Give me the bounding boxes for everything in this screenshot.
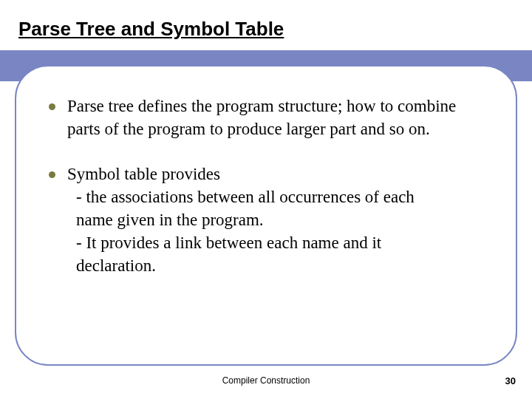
- bullet-intro: Symbol table provides: [67, 165, 220, 183]
- bullet-subline: - the associations between all occurrenc…: [67, 185, 415, 208]
- slide-title: Parse Tree and Symbol Table: [18, 18, 284, 41]
- bullet-text: Parse tree defines the program structure…: [67, 95, 490, 140]
- bullet-subline: name given in the program.: [67, 208, 415, 231]
- content-frame: Parse tree defines the program structure…: [15, 65, 517, 366]
- footer: Compiler Construction 30: [0, 375, 532, 390]
- bullet-item: Symbol table provides - the associations…: [49, 163, 490, 277]
- bullet-icon: [49, 171, 55, 178]
- page-number: 30: [505, 375, 516, 386]
- bullet-text: Symbol table provides - the associations…: [67, 163, 415, 277]
- bullet-item: Parse tree defines the program structure…: [49, 95, 490, 140]
- bullet-icon: [49, 103, 55, 110]
- bullet-subline: - It provides a link between each name a…: [67, 231, 415, 254]
- bullet-subline: declaration.: [67, 254, 415, 277]
- footer-label: Compiler Construction: [222, 375, 310, 386]
